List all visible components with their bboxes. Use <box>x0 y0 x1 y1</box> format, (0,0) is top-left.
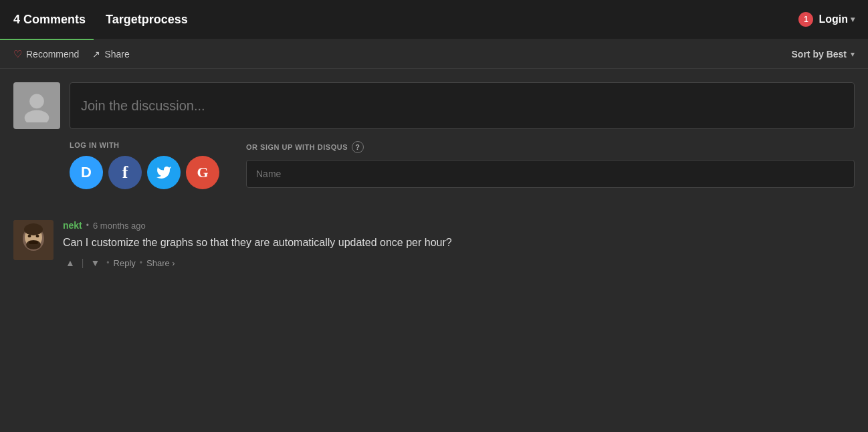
reply-button[interactable]: Reply <box>114 258 136 268</box>
log-in-with-section: LOG IN WITH D f G <box>70 141 219 189</box>
header-right: 1 Login ▾ <box>798 12 855 27</box>
auth-row: LOG IN WITH D f G OR SIGN UP WITH DISQUS… <box>70 141 855 189</box>
notification-badge[interactable]: 1 <box>798 12 813 27</box>
heart-icon: ♡ <box>13 48 22 60</box>
recommend-label: Recommend <box>26 49 79 60</box>
comment-input-row: Join the discussion... <box>13 82 855 129</box>
twitter-login-button[interactable] <box>147 156 181 189</box>
disqus-login-button[interactable]: D <box>70 156 103 189</box>
login-button[interactable]: Login ▾ <box>819 13 855 25</box>
comment-actions: ▲ | ▼ • Reply • Share › <box>63 256 855 269</box>
comment-list: nekt • 6 months ago Can I customize the … <box>13 209 855 280</box>
login-label: Login <box>819 13 848 25</box>
svg-point-8 <box>28 235 31 237</box>
avatar-face-svg <box>13 220 53 260</box>
sort-label: Sort by Best <box>792 49 847 60</box>
svg-point-0 <box>29 94 44 109</box>
toolbar-left: ♡ Recommend ↗ Share <box>13 48 130 60</box>
share-button[interactable]: ↗ Share <box>92 49 129 60</box>
svg-rect-7 <box>29 241 38 244</box>
sort-chevron-icon: ▾ <box>851 49 855 59</box>
comment-time: 6 months ago <box>93 221 146 231</box>
comment-text: Can I customize the graphs so that they … <box>63 235 855 251</box>
downvote-button[interactable]: ▼ <box>88 256 103 269</box>
social-icons: D f G <box>70 156 219 189</box>
toolbar-right: Sort by Best ▾ <box>792 49 855 60</box>
help-icon[interactable]: ? <box>352 141 364 153</box>
share-icon: ↗ <box>92 49 100 60</box>
sign-up-label: OR SIGN UP WITH DISQUS ? <box>246 141 855 153</box>
facebook-login-button[interactable]: f <box>108 156 142 189</box>
upvote-button[interactable]: ▲ <box>63 256 78 269</box>
discussion-input[interactable]: Join the discussion... <box>70 82 855 129</box>
comment-share-button[interactable]: Share › <box>146 258 175 268</box>
svg-point-9 <box>36 235 39 237</box>
google-login-button[interactable]: G <box>186 156 219 189</box>
svg-point-5 <box>24 223 43 235</box>
comment-meta: nekt • 6 months ago <box>63 220 855 231</box>
comment-author: nekt <box>63 220 82 231</box>
chevron-down-icon: ▾ <box>851 15 855 24</box>
main-content: Join the discussion... LOG IN WITH D f G… <box>0 69 868 294</box>
comment-separator: • <box>86 221 89 230</box>
discussion-placeholder: Join the discussion... <box>81 98 205 114</box>
comment-avatar <box>13 220 53 260</box>
share-label: Share <box>104 49 129 60</box>
recommend-button[interactable]: ♡ Recommend <box>13 48 79 60</box>
bullet-separator: • <box>106 258 109 267</box>
bullet-separator-2: • <box>140 258 142 267</box>
user-avatar <box>13 82 60 129</box>
name-input[interactable] <box>246 160 855 188</box>
comment-body: nekt • 6 months ago Can I customize the … <box>63 220 855 269</box>
header-bar: 4 Comments Targetprocess 1 Login ▾ <box>0 0 868 40</box>
site-name: Targetprocess <box>106 13 188 27</box>
avatar-svg <box>20 89 53 122</box>
svg-point-1 <box>25 110 49 122</box>
comment-avatar-img <box>13 220 53 260</box>
comments-count: 4 Comments <box>13 13 86 27</box>
log-in-label: LOG IN WITH <box>70 141 219 149</box>
toolbar: ♡ Recommend ↗ Share Sort by Best ▾ <box>0 40 868 69</box>
table-row: nekt • 6 months ago Can I customize the … <box>13 209 855 280</box>
pipe-separator: | <box>82 257 84 268</box>
sign-up-section: OR SIGN UP WITH DISQUS ? <box>246 141 855 188</box>
